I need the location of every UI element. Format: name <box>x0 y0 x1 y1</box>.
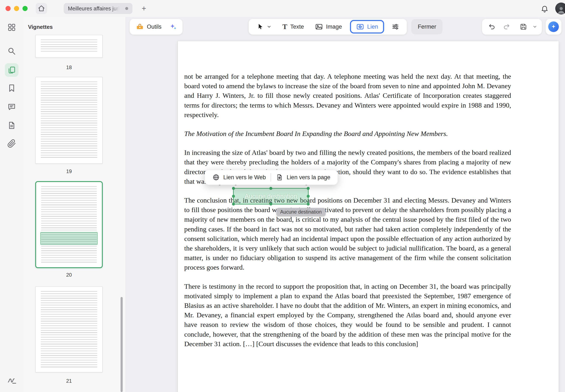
avatar[interactable] <box>555 2 565 14</box>
tab-title: Meilleures affaires juridique <box>68 5 120 12</box>
ai-assistant-icon <box>548 21 559 32</box>
thumbnails-icon <box>7 66 16 74</box>
thumbnail-page-21[interactable] <box>35 286 103 373</box>
thumbnail-content <box>41 186 97 263</box>
thumbnail-page-20[interactable] <box>35 181 103 268</box>
link-annotation-placeholder: Aucune destination <box>245 193 297 200</box>
page-number: 20 <box>35 272 103 278</box>
page-number: 18 <box>35 65 103 70</box>
document-tab[interactable]: Meilleures affaires juridique <box>64 3 132 14</box>
globe-icon <box>212 173 220 181</box>
undo-icon <box>488 23 496 30</box>
thumbnail-content <box>41 291 97 368</box>
resize-handle[interactable] <box>232 195 235 198</box>
attachment-icon[interactable] <box>7 139 16 148</box>
thumbnail-content <box>41 40 97 53</box>
paragraph: The conclusion that, in creating two new… <box>184 196 511 272</box>
edit-tools-group: T Texte Image Lien <box>248 19 443 35</box>
redo-button[interactable] <box>500 19 513 34</box>
ai-assistant-button[interactable] <box>546 19 562 35</box>
redo-icon <box>503 23 510 30</box>
resize-handle[interactable] <box>269 203 272 206</box>
resize-handle[interactable] <box>307 195 310 198</box>
sliders-icon <box>391 23 399 31</box>
link-to-page-label: Lien vers la page <box>287 174 331 181</box>
page-number: 19 <box>35 168 103 174</box>
sidebar-item-thumbnails[interactable] <box>5 63 18 77</box>
tools-button[interactable]: Outils <box>131 19 166 34</box>
pdf-page[interactable]: not be arranged for a telephone meeting … <box>178 41 559 392</box>
undo-button[interactable] <box>486 19 498 34</box>
page-link-icon <box>276 173 283 181</box>
minimize-window-button[interactable] <box>14 6 19 11</box>
resize-handle[interactable] <box>269 187 272 190</box>
chevron-down-icon <box>533 24 537 29</box>
resize-handle[interactable] <box>307 187 310 190</box>
link-tool-button[interactable]: Lien <box>350 20 384 33</box>
resize-handle[interactable] <box>232 187 235 190</box>
thumbnails-panel: Vignettes 18 19 20 21 <box>23 17 126 392</box>
link-destination-popup: Lien vers le Web Lien vers la page <box>205 170 338 185</box>
text-icon: T <box>283 23 287 30</box>
search-icon[interactable] <box>7 47 16 56</box>
text-tool-label: Texte <box>290 24 304 30</box>
link-icon <box>356 23 364 31</box>
tools-group: Outils <box>130 19 183 35</box>
new-tab-button[interactable]: + <box>138 3 149 14</box>
select-tool-dropdown[interactable] <box>252 19 276 34</box>
close-window-button[interactable] <box>5 6 11 11</box>
link-to-web-label: Lien vers le Web <box>223 174 266 181</box>
paragraph: There is testimony in the record to supp… <box>184 282 511 349</box>
image-tool-label: Image <box>326 24 342 30</box>
link-to-web-button[interactable]: Lien vers le Web <box>208 170 271 184</box>
paragraph: not be arranged for a telephone meeting … <box>184 72 511 120</box>
signature-icon[interactable] <box>7 376 16 384</box>
zoom-window-button[interactable] <box>23 6 28 11</box>
titlebar: Meilleures affaires juridique + <box>0 0 565 17</box>
thumbnail-content <box>41 82 97 159</box>
link-annotation-box[interactable]: Aucune destination <box>233 188 309 205</box>
toolbox-icon <box>136 23 144 31</box>
resize-handle[interactable] <box>232 203 235 206</box>
cursor-icon <box>257 23 264 30</box>
sparkles-icon <box>169 23 177 31</box>
unsaved-dot <box>125 7 128 10</box>
save-button[interactable] <box>517 19 530 34</box>
panel-title: Vignettes <box>28 24 53 30</box>
document-text: not be arranged for a telephone meeting … <box>184 72 511 358</box>
thumbnail-page-18[interactable] <box>35 35 103 58</box>
tools-label: Outils <box>147 24 161 30</box>
notifications-button[interactable] <box>539 4 550 14</box>
image-icon <box>315 23 323 31</box>
main-area: Outils <box>126 17 565 392</box>
panel-scrollbar[interactable] <box>121 297 123 392</box>
thumbnail-link-highlight <box>40 232 98 245</box>
save-icon <box>520 23 527 30</box>
history-group <box>482 19 562 35</box>
link-to-page-button[interactable]: Lien vers la page <box>271 170 335 184</box>
page-number: 21 <box>35 378 103 384</box>
ai-sparkles-button[interactable] <box>166 19 181 34</box>
comments-icon[interactable] <box>7 102 16 111</box>
image-tool-button[interactable]: Image <box>310 19 347 34</box>
apps-grid-icon[interactable] <box>7 23 16 32</box>
toolbar: Outils <box>126 19 565 36</box>
thumbnail-page-19[interactable] <box>35 77 103 164</box>
sidebar-rail <box>0 17 23 392</box>
link-destination-tooltip: Aucune destination <box>276 208 326 216</box>
window-controls <box>5 6 28 11</box>
chevron-down-icon <box>267 24 272 29</box>
text-tool-button[interactable]: T Texte <box>278 19 309 34</box>
close-edit-button[interactable]: Fermer <box>411 19 443 34</box>
resize-handle[interactable] <box>307 203 310 206</box>
bell-icon <box>541 5 549 13</box>
home-button[interactable] <box>36 3 47 14</box>
bookmark-icon[interactable] <box>7 84 16 93</box>
save-options-button[interactable] <box>532 19 538 34</box>
document-icon[interactable] <box>7 121 16 130</box>
section-heading: The Motivation of the Incumbent Board In… <box>184 129 511 139</box>
home-icon <box>38 5 45 12</box>
link-properties-button[interactable] <box>388 19 403 34</box>
link-tool-label: Lien <box>367 24 378 30</box>
